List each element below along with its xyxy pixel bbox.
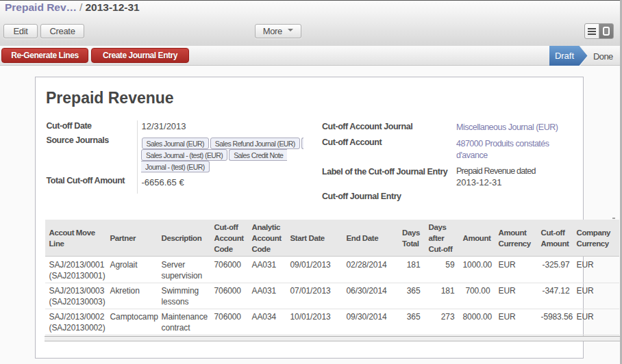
svg-text:Draft: Draft	[555, 51, 575, 61]
